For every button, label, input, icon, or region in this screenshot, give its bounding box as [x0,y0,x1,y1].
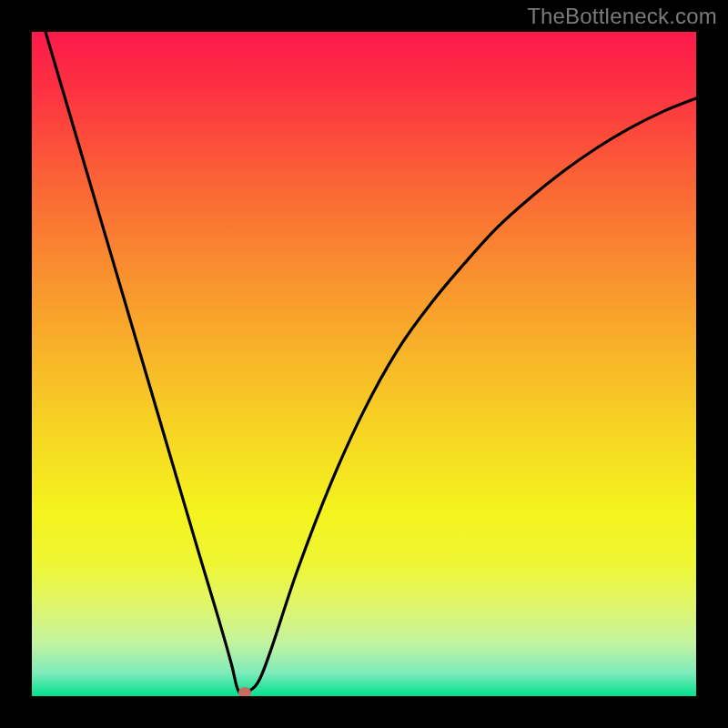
chart-frame: TheBottleneck.com [0,0,728,728]
optimal-point-marker [238,687,251,696]
watermark-label: TheBottleneck.com [527,4,717,29]
plot-area [32,32,696,696]
bottleneck-curve [32,32,696,696]
